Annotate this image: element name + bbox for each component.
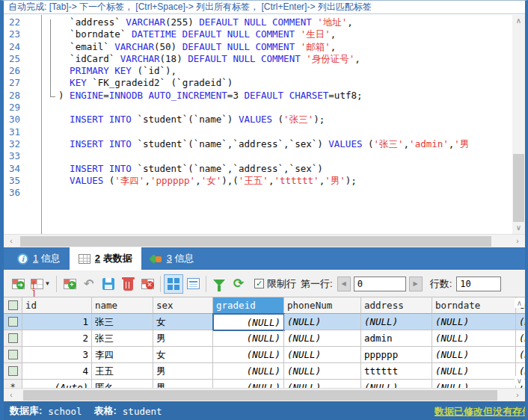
grid-cell-sex[interactable]: 男 (153, 363, 213, 380)
grid-row[interactable]: 2张三男(NULL)(NULL)admin(NULL)(N (4, 330, 525, 347)
row-checkbox[interactable] (8, 317, 18, 327)
first-row-input[interactable] (354, 277, 406, 291)
grid-cell-address[interactable]: admin (361, 330, 432, 347)
delete-row-button[interactable] (118, 274, 138, 294)
limit-rows-checkbox[interactable]: ✓ (254, 279, 264, 288)
row-header-cell[interactable] (4, 314, 22, 330)
code-line[interactable] (43, 187, 512, 199)
grid-cell-address[interactable]: (NULL) (361, 380, 432, 388)
grid-cell-sex[interactable]: 女 (153, 314, 213, 330)
select-all-cell[interactable] (4, 297, 22, 314)
grid-cell-id[interactable]: (Auto) (22, 380, 92, 388)
editor-vscroll-thumb[interactable] (513, 154, 524, 224)
row-count-input[interactable] (456, 277, 501, 291)
grid-cell-address[interactable]: pppppp (361, 347, 432, 363)
grid-cell-em[interactable]: (N (516, 330, 525, 347)
filter-button[interactable] (209, 274, 229, 294)
row-header-cell[interactable] (4, 347, 22, 363)
column-header-address[interactable]: address (361, 297, 432, 314)
row-header-cell[interactable]: * (4, 380, 22, 388)
grid-cell-address[interactable]: (NULL) (361, 314, 432, 330)
grid-cell-phoneNum[interactable]: (NULL) (284, 314, 361, 330)
scroll-left-icon[interactable]: ‹ (5, 235, 17, 247)
first-row-increment-button[interactable]: ▶ (409, 277, 423, 291)
scroll-right-icon[interactable]: › (512, 389, 524, 401)
grid-hscroll-thumb[interactable] (23, 390, 497, 401)
code-line[interactable] (43, 102, 512, 114)
sql-editor[interactable]: 222324252627282930313233343536 `address`… (4, 15, 525, 234)
grid-cell-name[interactable]: 张三 (92, 330, 153, 347)
grid-cell-address[interactable]: tttttt (361, 363, 432, 380)
form-view-button[interactable] (183, 274, 203, 294)
grid-cell-sex[interactable]: 男 (153, 380, 213, 388)
code-line[interactable]: PRIMARY KEY (`id`), (43, 65, 512, 77)
grid-row[interactable]: 4王五男(NULL)(NULL)tttttt(NULL)(N (4, 363, 525, 380)
row-checkbox[interactable] (8, 300, 18, 310)
scroll-down-icon[interactable]: ∨ (512, 222, 525, 234)
tab-2-table-data[interactable]: 2 表数据 (70, 247, 141, 270)
insert-row-button[interactable]: + (60, 274, 79, 294)
grid-cell-id[interactable]: 4 (22, 363, 92, 380)
column-header-name[interactable]: name (92, 297, 153, 314)
grid-row[interactable]: 1张三女(NULL)(NULL)(NULL)(NULL)(N (4, 314, 525, 330)
duplicate-row-button[interactable]: ↷ (79, 274, 99, 294)
code-line[interactable] (43, 126, 512, 138)
column-header-sex[interactable]: sex (153, 297, 213, 314)
grid-cell-name[interactable]: 王五 (92, 363, 153, 380)
column-header-phoneNum[interactable]: phoneNum (284, 297, 361, 314)
editor-vertical-scrollbar[interactable]: ∧ ∨ (512, 15, 525, 234)
tab-1-info[interactable]: i 1 信息 (8, 247, 70, 270)
grid-cell-id[interactable]: 1 (22, 314, 92, 330)
grid-cell-em[interactable]: (N (516, 347, 525, 363)
grid-cell-name[interactable]: 张三 (92, 314, 153, 330)
editor-code[interactable]: `address` VARCHAR(255) DEFAULT NULL COMM… (43, 16, 512, 233)
grid-cell-name[interactable]: 李四 (92, 347, 153, 363)
code-line[interactable]: VALUES ('李四','pppppp','女'),('王五','tttttt… (43, 175, 512, 187)
grid-cell-borndate[interactable]: (NULL) (432, 363, 516, 380)
grid-new-row[interactable]: *(Auto)匿名男(NULL)(NULL)(NULL)(NULL)(N (4, 380, 525, 388)
column-header-id[interactable]: id (22, 297, 92, 314)
refresh-button[interactable]: ⟳ (229, 274, 248, 294)
table-columns-button[interactable]: [ ] ▼ (28, 274, 53, 294)
code-line[interactable]: INSERT INTO `student`(`name`,`address`,`… (43, 163, 512, 175)
grid-cell-borndate[interactable]: (NULL) (432, 314, 516, 330)
modified-status-link[interactable]: 数据已修改但没有存储 (435, 405, 525, 419)
editor-hscroll-thumb[interactable] (20, 236, 491, 247)
grid-cell-borndate[interactable]: (NULL) (432, 347, 516, 363)
code-line[interactable]: INSERT INTO `student`(`name`) VALUES ('张… (43, 114, 512, 126)
grid-cell-gradeid[interactable]: (NULL) (213, 330, 284, 347)
scroll-right-icon[interactable]: › (512, 235, 524, 247)
goto-row-button[interactable]: ➜ (8, 274, 28, 294)
scroll-up-icon[interactable]: ∧ (512, 15, 525, 27)
grid-horizontal-scrollbar[interactable]: ‹ › (4, 388, 525, 401)
grid-cell-gradeid[interactable]: (NULL) (213, 363, 284, 380)
grid-cell-sex[interactable]: 女 (153, 347, 213, 363)
grid-cell-phoneNum[interactable]: (NULL) (284, 363, 361, 380)
grid-cell-id[interactable]: 3 (22, 347, 92, 363)
row-checkbox[interactable] (8, 333, 18, 343)
grid-cell-id[interactable]: 2 (22, 330, 92, 347)
code-line[interactable]: `address` VARCHAR(255) DEFAULT NULL COMM… (43, 16, 512, 28)
tab-3-info[interactable]: 3 信息 (141, 247, 203, 270)
grid-cell-phoneNum[interactable]: (NULL) (284, 380, 361, 388)
code-line[interactable]: INSERT INTO `student`(`name`,`address`,`… (43, 138, 512, 150)
code-line[interactable] (43, 150, 512, 162)
grid-cell-phoneNum[interactable]: (NULL) (284, 330, 361, 347)
code-line[interactable]: `borndate` DATETIME DEFAULT NULL COMMENT… (43, 28, 512, 40)
grid-cell-em[interactable]: (N (516, 314, 525, 330)
grid-view-button[interactable] (164, 274, 183, 294)
grid-cell-name[interactable]: 匿名 (92, 380, 153, 388)
row-checkbox[interactable] (8, 366, 18, 376)
grid-scroll-up-icon[interactable]: ∧ (515, 298, 524, 308)
grid-scroll-down-icon[interactable]: ∨ (515, 376, 524, 386)
grid-cell-gradeid[interactable]: (NULL) (213, 314, 284, 330)
grid-cell-sex[interactable]: 男 (153, 330, 213, 347)
code-line[interactable]: `email` VARCHAR(50) DEFAULT NULL COMMENT… (43, 41, 512, 53)
grid-cell-gradeid[interactable]: (NULL) (213, 347, 284, 363)
save-button[interactable] (99, 274, 118, 294)
code-line[interactable]: `idCard` VARCHAR(18) DEFAULT NULL COMMEN… (43, 53, 512, 65)
row-header-cell[interactable] (4, 330, 22, 347)
code-line[interactable]: KEY `FK_gradeid2` (`gradeid`) (43, 77, 512, 89)
grid-cell-gradeid[interactable]: (NULL) (213, 380, 284, 388)
grid-cell-borndate[interactable]: (NULL) (432, 330, 516, 347)
